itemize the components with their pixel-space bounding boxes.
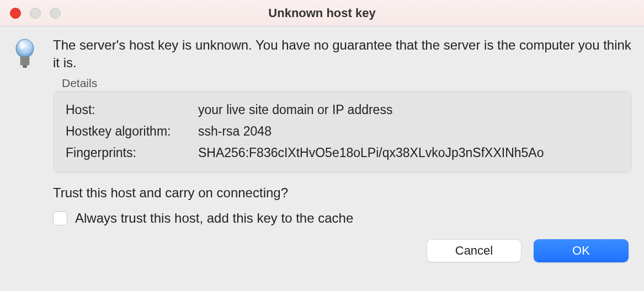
svg-rect-4 bbox=[20, 62, 29, 65]
fingerprints-label: Fingerprints: bbox=[66, 142, 198, 164]
dialog-content: The server's host key is unknown. You ha… bbox=[0, 26, 644, 226]
algorithm-value: ssh-rsa 2048 bbox=[198, 121, 619, 142]
trust-question: Trust this host and carry on connecting? bbox=[53, 185, 632, 201]
close-window-button[interactable] bbox=[10, 8, 21, 19]
svg-rect-3 bbox=[20, 60, 29, 62]
fingerprints-value: SHA256:F836cIXtHvO5e18oLPi/qx38XLvkoJp3n… bbox=[198, 142, 619, 164]
button-row: Cancel OK bbox=[0, 239, 644, 273]
details-row-algorithm: Hostkey algorithm: ssh-rsa 2048 bbox=[66, 121, 619, 142]
lightbulb-icon bbox=[12, 39, 38, 69]
svg-point-1 bbox=[19, 41, 25, 49]
titlebar: Unknown host key bbox=[0, 0, 644, 26]
svg-rect-5 bbox=[23, 65, 27, 68]
cancel-button[interactable]: Cancel bbox=[427, 239, 521, 262]
window-title: Unknown host key bbox=[268, 6, 375, 20]
dialog-message: The server's host key is unknown. You ha… bbox=[53, 36, 632, 72]
algorithm-label: Hostkey algorithm: bbox=[66, 121, 198, 142]
details-box: Host: your live site domain or IP addres… bbox=[53, 91, 632, 173]
traffic-lights bbox=[0, 8, 61, 19]
details-row-fingerprints: Fingerprints: SHA256:F836cIXtHvO5e18oLPi… bbox=[66, 142, 619, 164]
minimize-window-button[interactable] bbox=[30, 8, 41, 19]
zoom-window-button[interactable] bbox=[50, 8, 61, 19]
host-label: Host: bbox=[66, 99, 198, 121]
always-trust-checkbox[interactable] bbox=[53, 211, 67, 225]
details-label: Details bbox=[62, 77, 632, 90]
ok-button[interactable]: OK bbox=[534, 239, 629, 262]
svg-point-0 bbox=[16, 39, 34, 58]
always-trust-row: Always trust this host, add this key to … bbox=[53, 211, 632, 226]
details-row-host: Host: your live site domain or IP addres… bbox=[66, 99, 619, 121]
always-trust-label: Always trust this host, add this key to … bbox=[75, 211, 353, 226]
dialog-icon-column bbox=[12, 36, 38, 226]
host-value: your live site domain or IP address bbox=[198, 99, 619, 121]
svg-rect-2 bbox=[20, 57, 29, 60]
dialog-main: The server's host key is unknown. You ha… bbox=[53, 36, 632, 226]
